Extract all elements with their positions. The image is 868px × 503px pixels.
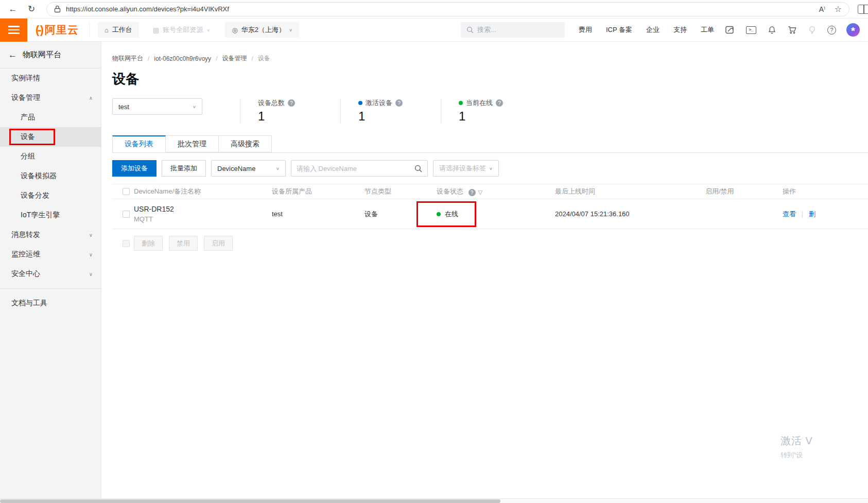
aliyun-logo-text: 阿里云 <box>45 23 79 37</box>
device-search-input[interactable] <box>297 165 414 172</box>
delete-link[interactable]: 删 <box>809 210 815 218</box>
url-text[interactable]: https://iot.console.aliyun.com/devices?p… <box>66 5 814 13</box>
account-resources-dropdown[interactable]: ▤ 账号全部资源 ∨ <box>146 22 217 38</box>
sidebar-item-security-center[interactable]: 安全中心 ∨ <box>0 264 101 284</box>
refresh-icon[interactable]: ↻ <box>25 3 38 16</box>
batch-select-checkbox[interactable] <box>123 240 130 247</box>
page-title: 设备 <box>112 70 868 88</box>
sidebar-title: 物联网平台 <box>23 50 61 60</box>
top-link-icp[interactable]: ICP 备案 <box>606 25 632 34</box>
product-filter-select[interactable]: test ∨ <box>112 98 202 115</box>
user-avatar[interactable]: * <box>846 23 860 37</box>
home-icon: ⌂ <box>105 26 109 34</box>
sidebar-header[interactable]: ← 物联网平台 <box>0 42 101 68</box>
batch-disable-button[interactable]: 禁用 <box>169 236 198 251</box>
region-selector[interactable]: ◎ 华东2（上海） ∨ <box>225 22 299 38</box>
notifications-bell-icon[interactable] <box>768 26 776 34</box>
location-pin-icon: ◎ <box>232 26 237 34</box>
help-icon[interactable]: ? <box>496 99 503 107</box>
chevron-down-icon: ∨ <box>193 105 196 109</box>
green-dot-icon <box>459 101 463 105</box>
horizontal-scrollbar[interactable] <box>0 498 868 503</box>
search-icon[interactable] <box>414 165 422 172</box>
chevron-down-icon: ∨ <box>489 166 493 171</box>
sidebar-item-instance-details[interactable]: 实例详情 <box>0 68 101 88</box>
sidebar-item-message-forwarding[interactable]: 消息转发 ∨ <box>0 225 101 245</box>
annotation-box-sidebar: 设备 <box>9 129 55 145</box>
batch-add-button[interactable]: 批量添加 <box>162 160 206 177</box>
col-header-enable: 启用/禁用 <box>705 187 783 196</box>
scrollbar-thumb[interactable] <box>0 499 500 503</box>
stat-value: 1 <box>358 109 441 124</box>
back-arrow-icon[interactable]: ← <box>8 50 17 60</box>
aliyun-logo[interactable]: (-) 阿里云 <box>27 22 90 38</box>
tab-advanced-search[interactable]: 高级搜索 <box>219 135 272 152</box>
sidebar-item-devices[interactable]: 设备 <box>0 127 101 147</box>
main-content: 物联网平台 / iot-06z00c0h9r6voyy / 设备管理 / 设备 … <box>101 42 868 503</box>
cart-icon[interactable] <box>788 26 797 34</box>
device-search-box <box>291 160 428 177</box>
stat-value: 1 <box>258 109 340 124</box>
device-tag-select[interactable]: 请选择设备标签 ∨ <box>433 160 499 177</box>
sidebar-item-docs-tools[interactable]: 文档与工具 <box>0 293 101 313</box>
device-table: DeviceName/备注名称 设备所属产品 节点类型 设备状态 ? ▽ 最后上… <box>112 184 868 229</box>
view-link[interactable]: 查看 <box>783 210 796 218</box>
top-link-tickets[interactable]: 工单 <box>701 25 714 34</box>
tab-batch-management[interactable]: 批次管理 <box>166 135 219 152</box>
select-all-checkbox[interactable] <box>123 188 130 195</box>
breadcrumb-item[interactable]: iot-06z00c0h9r6voyy <box>154 55 211 62</box>
tab-device-list[interactable]: 设备列表 <box>112 135 166 152</box>
top-link-billing[interactable]: 费用 <box>579 25 592 34</box>
back-icon[interactable]: ← <box>6 3 20 16</box>
sidebar-item-products[interactable]: 产品 <box>0 108 101 127</box>
stat-total-devices: 设备总数 ? 1 <box>240 98 340 124</box>
sidebar-item-device-management[interactable]: 设备管理 ∧ <box>0 88 101 108</box>
help-icon[interactable]: ? <box>288 99 295 107</box>
col-header-product: 设备所属产品 <box>272 187 364 196</box>
top-link-enterprise[interactable]: 企业 <box>646 25 659 34</box>
batch-delete-button[interactable]: 删除 <box>134 236 163 251</box>
favorite-star-icon[interactable]: ☆ <box>835 4 842 14</box>
lightbulb-icon[interactable] <box>808 26 816 34</box>
stat-value: 1 <box>459 109 541 124</box>
filter-icon[interactable]: ▽ <box>478 189 482 196</box>
help-icon[interactable]: ? <box>395 99 403 107</box>
breadcrumb-current: 设备 <box>258 54 270 63</box>
search-field-select[interactable]: DeviceName ∨ <box>211 160 286 177</box>
cloudshell-terminal-icon[interactable]: >_ <box>746 26 756 34</box>
sidebar-item-device-simulator[interactable]: 设备模拟器 <box>0 166 101 186</box>
chevron-up-icon: ∧ <box>89 95 93 101</box>
split-screen-icon[interactable] <box>858 5 868 14</box>
global-search-input[interactable]: 搜索... <box>461 22 565 38</box>
batch-actions-row: 删除 禁用 启用 <box>112 236 868 251</box>
address-bar[interactable]: https://iot.console.aliyun.com/devices?p… <box>46 2 849 16</box>
read-aloud-icon[interactable]: Aɿ <box>819 5 825 13</box>
aliyun-logo-mark-icon: (-) <box>36 23 42 37</box>
hamburger-menu-icon[interactable] <box>0 19 27 42</box>
workbench-button[interactable]: ⌂ 工作台 <box>98 22 139 38</box>
lock-icon <box>54 5 61 13</box>
sidebar-item-device-distribution[interactable]: 设备分发 <box>0 186 101 205</box>
sidebar-item-monitoring-ops[interactable]: 监控运维 ∨ <box>0 245 101 264</box>
table-row: USR-DR152 MQTT test 设备 在线 2024/04/07 15:… <box>112 199 868 229</box>
col-header-nodetype: 节点类型 <box>364 187 437 196</box>
device-last-online: 2024/04/07 15:21:36.160 <box>555 210 705 218</box>
help-icon[interactable]: ? <box>827 26 836 34</box>
sidebar-item-groups[interactable]: 分组 <box>0 147 101 166</box>
sidebar-divider <box>0 288 101 289</box>
breadcrumb-item[interactable]: 设备管理 <box>222 54 247 63</box>
batch-enable-button[interactable]: 启用 <box>204 236 233 251</box>
stats-row: test ∨ 设备总数 ? 1 激活设备 ? 1 当前在线 ? 1 <box>112 98 868 125</box>
add-device-button[interactable]: 添加设备 <box>112 160 157 177</box>
row-checkbox[interactable] <box>123 211 130 218</box>
chevron-down-icon: ∨ <box>89 252 93 257</box>
sidebar-item-iot-twin-engine[interactable]: IoT孪生引擎 <box>0 205 101 225</box>
help-icon[interactable]: ? <box>468 189 476 196</box>
breadcrumb-item[interactable]: 物联网平台 <box>112 54 143 63</box>
top-link-support[interactable]: 支持 <box>673 25 687 34</box>
col-header-status: 设备状态 ? ▽ <box>437 187 555 197</box>
col-header-devicename: DeviceName/备注名称 <box>134 187 272 196</box>
api-icon[interactable] <box>725 26 735 34</box>
chevron-down-icon: ∨ <box>276 166 280 171</box>
device-name-link[interactable]: USR-DR152 <box>134 205 272 213</box>
